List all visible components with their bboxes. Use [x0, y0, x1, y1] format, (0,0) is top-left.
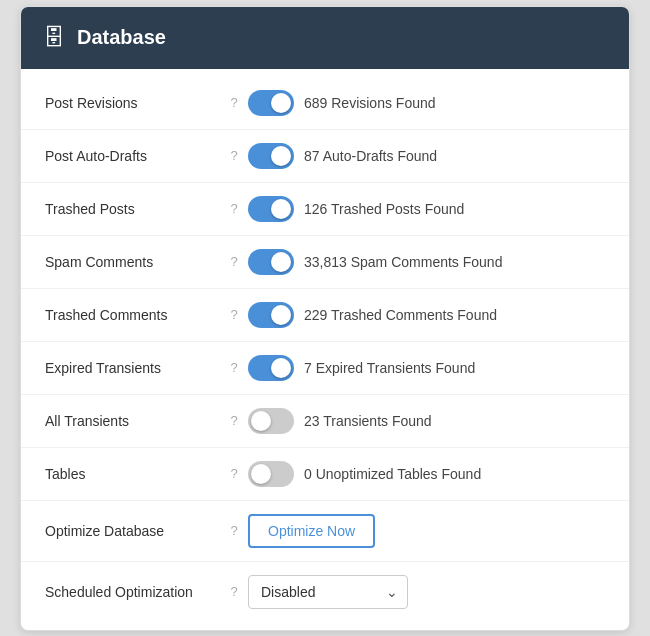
help-post-revisions[interactable]: ? — [220, 95, 248, 110]
value-trashed-posts: 126 Trashed Posts Found — [304, 201, 464, 217]
row-tables: Tables ? 0 Unoptimized Tables Found — [21, 448, 629, 501]
content-optimize: Optimize Now — [248, 514, 605, 548]
value-all-transients: 23 Transients Found — [304, 413, 432, 429]
label-post-auto-drafts: Post Auto-Drafts — [45, 148, 220, 164]
label-tables: Tables — [45, 466, 220, 482]
toggle-trashed-comments[interactable] — [248, 302, 294, 328]
content-tables: 0 Unoptimized Tables Found — [248, 461, 605, 487]
value-spam-comments: 33,813 Spam Comments Found — [304, 254, 502, 270]
content-post-revisions: 689 Revisions Found — [248, 90, 605, 116]
content-post-auto-drafts: 87 Auto-Drafts Found — [248, 143, 605, 169]
help-all-transients[interactable]: ? — [220, 413, 248, 428]
row-post-revisions: Post Revisions ? 689 Revisions Found — [21, 77, 629, 130]
content-spam-comments: 33,813 Spam Comments Found — [248, 249, 605, 275]
database-card: 🗄 Database Post Revisions ? 689 Revision… — [20, 6, 630, 631]
value-post-auto-drafts: 87 Auto-Drafts Found — [304, 148, 437, 164]
value-tables: 0 Unoptimized Tables Found — [304, 466, 481, 482]
label-spam-comments: Spam Comments — [45, 254, 220, 270]
toggle-post-revisions[interactable] — [248, 90, 294, 116]
label-trashed-comments: Trashed Comments — [45, 307, 220, 323]
toggle-expired-transients[interactable] — [248, 355, 294, 381]
help-optimize[interactable]: ? — [220, 523, 248, 538]
label-trashed-posts: Trashed Posts — [45, 201, 220, 217]
row-optimize-database: Optimize Database ? Optimize Now — [21, 501, 629, 562]
row-trashed-posts: Trashed Posts ? 126 Trashed Posts Found — [21, 183, 629, 236]
label-all-transients: All Transients — [45, 413, 220, 429]
row-all-transients: All Transients ? 23 Transients Found — [21, 395, 629, 448]
value-expired-transients: 7 Expired Transients Found — [304, 360, 475, 376]
toggle-all-transients[interactable] — [248, 408, 294, 434]
help-trashed-comments[interactable]: ? — [220, 307, 248, 322]
value-post-revisions: 689 Revisions Found — [304, 95, 436, 111]
help-trashed-posts[interactable]: ? — [220, 201, 248, 216]
toggle-spam-comments[interactable] — [248, 249, 294, 275]
content-expired-transients: 7 Expired Transients Found — [248, 355, 605, 381]
page-title: Database — [77, 26, 166, 49]
row-trashed-comments: Trashed Comments ? 229 Trashed Comments … — [21, 289, 629, 342]
content-all-transients: 23 Transients Found — [248, 408, 605, 434]
label-optimize: Optimize Database — [45, 523, 220, 539]
row-post-auto-drafts: Post Auto-Drafts ? 87 Auto-Drafts Found — [21, 130, 629, 183]
help-spam-comments[interactable]: ? — [220, 254, 248, 269]
row-spam-comments: Spam Comments ? 33,813 Spam Comments Fou… — [21, 236, 629, 289]
label-post-revisions: Post Revisions — [45, 95, 220, 111]
toggle-tables[interactable] — [248, 461, 294, 487]
card-header: 🗄 Database — [21, 7, 629, 69]
help-tables[interactable]: ? — [220, 466, 248, 481]
card-body: Post Revisions ? 689 Revisions Found Pos… — [21, 69, 629, 630]
content-scheduled: DisabledDailyWeeklyMonthly ⌄ — [248, 575, 605, 609]
help-expired-transients[interactable]: ? — [220, 360, 248, 375]
scheduled-select[interactable]: DisabledDailyWeeklyMonthly — [248, 575, 408, 609]
content-trashed-comments: 229 Trashed Comments Found — [248, 302, 605, 328]
value-trashed-comments: 229 Trashed Comments Found — [304, 307, 497, 323]
toggle-trashed-posts[interactable] — [248, 196, 294, 222]
content-trashed-posts: 126 Trashed Posts Found — [248, 196, 605, 222]
database-icon: 🗄 — [43, 25, 65, 51]
toggle-post-auto-drafts[interactable] — [248, 143, 294, 169]
row-expired-transients: Expired Transients ? 7 Expired Transient… — [21, 342, 629, 395]
label-scheduled: Scheduled Optimization — [45, 584, 220, 600]
help-post-auto-drafts[interactable]: ? — [220, 148, 248, 163]
label-expired-transients: Expired Transients — [45, 360, 220, 376]
help-scheduled[interactable]: ? — [220, 584, 248, 599]
scheduled-select-wrapper: DisabledDailyWeeklyMonthly ⌄ — [248, 575, 408, 609]
row-scheduled-optimization: Scheduled Optimization ? DisabledDailyWe… — [21, 562, 629, 622]
optimize-now-button[interactable]: Optimize Now — [248, 514, 375, 548]
